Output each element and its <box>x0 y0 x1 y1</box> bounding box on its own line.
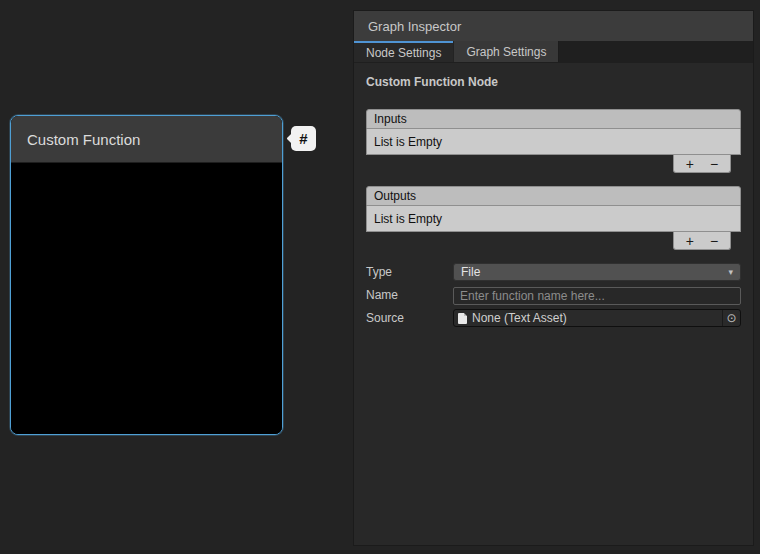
inputs-list-body: List is Empty <box>366 129 741 155</box>
inputs-list-header: Inputs <box>366 109 741 129</box>
inspector-title-bar: Graph Inspector <box>354 11 753 41</box>
object-picker-button[interactable]: ⊙ <box>722 310 740 326</box>
inputs-empty-text: List is Empty <box>374 135 442 149</box>
inputs-list-title: Inputs <box>374 112 407 126</box>
function-name-input[interactable] <box>453 287 741 305</box>
source-object-value: None (Text Asset) <box>472 311 722 325</box>
chevron-down-icon: ▾ <box>728 267 733 277</box>
outputs-remove-button[interactable]: − <box>710 234 718 248</box>
name-row: Name <box>366 286 741 304</box>
outputs-list-footer-wrap: + − <box>366 232 741 250</box>
type-dropdown[interactable]: File ▾ <box>453 263 741 281</box>
outputs-list-title: Outputs <box>374 189 416 203</box>
graph-inspector-panel: Graph Inspector Node Settings Graph Sett… <box>353 10 754 546</box>
node-title: Custom Function <box>27 131 140 148</box>
outputs-list-header: Outputs <box>366 186 741 206</box>
inspector-content: Custom Function Node Inputs List is Empt… <box>354 63 753 545</box>
inputs-list: Inputs List is Empty + − <box>366 109 741 173</box>
type-row: Type File ▾ <box>366 263 741 281</box>
inspector-tab-bar: Node Settings Graph Settings <box>354 41 753 63</box>
type-label: Type <box>366 265 453 279</box>
source-label: Source <box>366 311 453 325</box>
outputs-list: Outputs List is Empty + − <box>366 186 741 250</box>
node-badge-glyph: # <box>299 130 307 147</box>
node-header[interactable]: Custom Function <box>11 116 282 163</box>
property-fields: Type File ▾ Name Source <box>366 263 741 327</box>
custom-function-node[interactable]: Custom Function <box>10 115 283 435</box>
name-label: Name <box>366 288 453 302</box>
section-heading: Custom Function Node <box>366 75 741 89</box>
inputs-list-footer-wrap: + − <box>366 155 741 173</box>
source-object-field[interactable]: None (Text Asset) ⊙ <box>453 309 741 327</box>
inputs-remove-button[interactable]: − <box>710 157 718 171</box>
node-preview-body <box>11 163 282 435</box>
text-asset-icon <box>458 313 467 324</box>
inputs-list-footer: + − <box>673 155 731 173</box>
tab-graph-settings-label: Graph Settings <box>466 45 546 59</box>
outputs-list-footer: + − <box>673 232 731 250</box>
tab-node-settings-label: Node Settings <box>366 46 441 60</box>
tab-graph-settings[interactable]: Graph Settings <box>453 41 559 62</box>
outputs-add-button[interactable]: + <box>686 234 694 248</box>
type-dropdown-value: File <box>461 265 480 279</box>
inspector-title: Graph Inspector <box>368 19 461 34</box>
inputs-add-button[interactable]: + <box>686 157 694 171</box>
node-hash-badge-icon[interactable]: # <box>291 126 316 151</box>
object-picker-icon: ⊙ <box>726 311 736 325</box>
source-row: Source None (Text Asset) ⊙ <box>366 309 741 327</box>
tab-node-settings[interactable]: Node Settings <box>354 41 453 62</box>
outputs-list-body: List is Empty <box>366 206 741 232</box>
outputs-empty-text: List is Empty <box>374 212 442 226</box>
